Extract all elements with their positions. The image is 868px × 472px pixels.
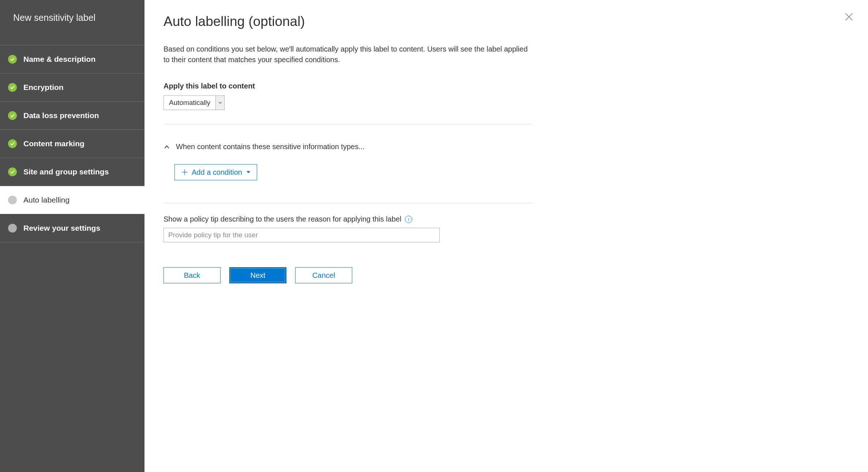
select-value: Automatically	[164, 96, 215, 110]
checkmark-icon	[8, 167, 17, 176]
info-icon[interactable]: i	[405, 216, 412, 223]
checkmark-icon	[8, 139, 17, 148]
divider	[164, 203, 533, 203]
step-label: Auto labelling	[23, 196, 69, 204]
chevron-up-icon	[164, 144, 170, 150]
circle-icon	[8, 196, 17, 204]
step-review[interactable]: Review your settings	[0, 214, 144, 242]
caret-down-icon	[247, 170, 250, 174]
divider	[164, 124, 533, 124]
svg-marker-4	[247, 171, 250, 173]
checkmark-icon	[8, 83, 17, 92]
wizard-footer: Back Next Cancel	[164, 267, 849, 283]
checkmark-icon	[8, 55, 17, 64]
circle-icon	[8, 224, 17, 233]
add-condition-button[interactable]: Add a condition	[174, 164, 257, 180]
step-auto-labelling[interactable]: Auto labelling	[0, 186, 144, 214]
step-label: Data loss prevention	[23, 111, 99, 120]
step-label: Name & description	[23, 55, 95, 64]
apply-label: Apply this label to content	[164, 82, 849, 90]
wizard-sidebar: New sensitivity label Name & description…	[0, 0, 144, 472]
main-panel: Auto labelling (optional) Based on condi…	[144, 0, 868, 472]
page-description: Based on conditions you set below, we'll…	[164, 44, 533, 65]
step-encryption[interactable]: Encryption	[0, 73, 144, 101]
apply-mode-select[interactable]: Automatically	[164, 95, 225, 110]
close-button[interactable]	[843, 11, 855, 23]
condition-accordion-header[interactable]: When content contains these sensitive in…	[164, 143, 849, 151]
step-label: Review your settings	[23, 224, 100, 233]
step-label: Content marking	[23, 139, 84, 148]
chevron-down-icon	[215, 96, 224, 110]
step-label: Site and group settings	[23, 167, 109, 176]
sidebar-title: New sensitivity label	[0, 0, 144, 45]
plus-icon	[181, 169, 188, 175]
page-title: Auto labelling (optional)	[164, 14, 849, 29]
step-site-group[interactable]: Site and group settings	[0, 158, 144, 186]
step-dlp[interactable]: Data loss prevention	[0, 101, 144, 129]
step-label: Encryption	[23, 83, 64, 92]
condition-header-text: When content contains these sensitive in…	[176, 143, 365, 151]
next-button[interactable]: Next	[229, 267, 286, 283]
cancel-button[interactable]: Cancel	[295, 267, 352, 283]
checkmark-icon	[8, 111, 17, 120]
policy-tip-label: Show a policy tip describing to the user…	[164, 215, 401, 223]
step-content-marking[interactable]: Content marking	[0, 129, 144, 158]
add-condition-label: Add a condition	[192, 168, 242, 177]
back-button[interactable]: Back	[164, 267, 221, 283]
policy-tip-input[interactable]	[164, 228, 440, 242]
step-name-description[interactable]: Name & description	[0, 45, 144, 73]
close-icon	[845, 13, 853, 21]
